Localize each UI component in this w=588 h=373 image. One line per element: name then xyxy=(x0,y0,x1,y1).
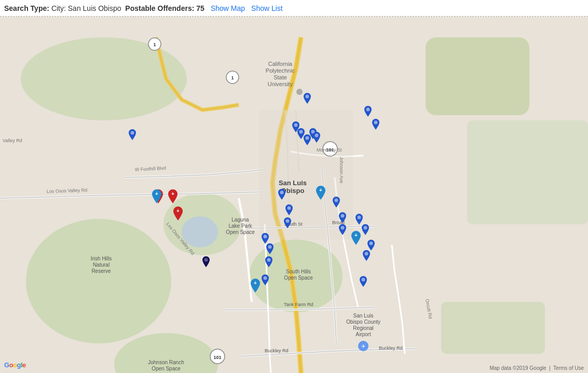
svg-text:South Hills: South Hills xyxy=(286,269,311,274)
show-list-link[interactable]: Show List xyxy=(251,4,283,12)
svg-rect-6 xyxy=(467,120,588,224)
svg-text:Open Space: Open Space xyxy=(152,366,181,371)
svg-text:+: + xyxy=(354,232,358,238)
marker-13[interactable] xyxy=(331,197,342,211)
svg-point-59 xyxy=(294,123,298,127)
svg-point-70 xyxy=(288,206,291,210)
svg-point-84 xyxy=(267,258,271,262)
svg-point-73 xyxy=(335,199,338,202)
svg-point-78 xyxy=(364,226,367,230)
svg-text:Tank Farm Rd: Tank Farm Rd xyxy=(284,302,313,307)
svg-text:State: State xyxy=(274,74,287,80)
postable-count: 75 xyxy=(196,4,204,12)
map-svg: 101 101 1 1 227 California Polytechnic S… xyxy=(0,17,588,373)
svg-text:Regional: Regional xyxy=(353,325,373,331)
svg-text:+: + xyxy=(254,280,257,286)
svg-point-69 xyxy=(280,191,284,195)
svg-point-64 xyxy=(131,131,134,135)
svg-point-80 xyxy=(365,252,368,256)
marker-cyan-2[interactable]: + xyxy=(314,186,327,202)
marker-23[interactable] xyxy=(263,256,275,271)
marker-cyan-1[interactable]: + xyxy=(150,189,163,206)
google-logo: Google xyxy=(4,361,26,369)
svg-text:San Luis: San Luis xyxy=(353,313,374,319)
svg-text:Monterey St: Monterey St xyxy=(317,147,342,153)
marker-19[interactable] xyxy=(361,250,372,265)
marker-17[interactable] xyxy=(360,224,371,239)
map-area[interactable]: 101 101 1 1 227 California Polytechnic S… xyxy=(0,17,588,373)
svg-text:Laguna: Laguna xyxy=(231,217,249,223)
map-copyright: Map data ©2019 Google | Terms of Use xyxy=(489,365,584,371)
svg-text:Open Space: Open Space xyxy=(226,229,255,235)
svg-point-79 xyxy=(370,242,373,245)
svg-point-81 xyxy=(362,278,365,282)
svg-point-76 xyxy=(358,216,361,219)
svg-text:San Luis: San Luis xyxy=(279,179,307,187)
svg-text:Airport: Airport xyxy=(355,331,371,337)
svg-text:University: University xyxy=(268,81,293,87)
svg-point-87 xyxy=(264,277,267,280)
svg-text:Natural: Natural xyxy=(93,262,110,268)
svg-text:Polytechnic: Polytechnic xyxy=(266,67,295,74)
search-header: Search Type: City: San Luis Obispo Posta… xyxy=(0,0,588,17)
marker-15[interactable] xyxy=(337,224,348,239)
marker-2[interactable] xyxy=(362,106,374,120)
svg-text:+: + xyxy=(176,208,180,214)
marker-9[interactable] xyxy=(127,129,138,144)
postable-label: Postable Offenders: xyxy=(125,4,194,12)
marker-8[interactable] xyxy=(311,132,322,146)
svg-text:✈: ✈ xyxy=(361,343,365,349)
svg-text:Buckley Rd: Buckley Rd xyxy=(265,348,289,353)
marker-22[interactable] xyxy=(264,243,276,258)
search-type-value: City: San Luis Obispo xyxy=(51,4,121,12)
svg-text:Irish Hills: Irish Hills xyxy=(91,256,112,261)
svg-text:+: + xyxy=(171,191,174,197)
marker-12[interactable] xyxy=(282,217,293,232)
svg-text:1: 1 xyxy=(231,75,234,80)
svg-point-74 xyxy=(341,214,345,218)
svg-point-1 xyxy=(26,219,171,343)
svg-point-63 xyxy=(315,134,319,137)
svg-text:1: 1 xyxy=(153,42,156,47)
svg-text:+: + xyxy=(155,191,158,197)
svg-point-83 xyxy=(268,245,272,249)
marker-1[interactable] xyxy=(302,93,313,107)
svg-point-82 xyxy=(264,235,267,239)
svg-text:Lake Park: Lake Park xyxy=(228,223,252,229)
svg-text:Reserve: Reserve xyxy=(91,268,111,274)
marker-20[interactable] xyxy=(358,276,369,291)
svg-text:Johnson Ave: Johnson Ave xyxy=(339,157,344,183)
marker-red-2[interactable]: + xyxy=(166,189,180,206)
show-map-link[interactable]: Show Map xyxy=(211,4,245,12)
svg-text:Open Space: Open Space xyxy=(284,275,313,281)
search-type-label: Search Type: xyxy=(4,4,49,12)
marker-dark-1[interactable] xyxy=(200,256,212,271)
marker-10[interactable] xyxy=(276,189,288,203)
svg-point-72 xyxy=(286,219,290,223)
marker-3[interactable] xyxy=(370,119,381,133)
svg-point-75 xyxy=(341,226,345,230)
svg-text:101: 101 xyxy=(213,355,221,360)
svg-rect-5 xyxy=(426,37,529,115)
marker-11[interactable] xyxy=(283,204,295,219)
svg-point-60 xyxy=(299,130,303,134)
svg-point-56 xyxy=(306,95,309,99)
svg-point-85 xyxy=(204,258,208,262)
svg-text:+: + xyxy=(319,187,322,193)
svg-text:Obispo County: Obispo County xyxy=(346,319,380,325)
marker-24[interactable] xyxy=(259,274,271,289)
svg-text:Johnson Ranch: Johnson Ranch xyxy=(148,360,184,365)
marker-red-plus[interactable]: + xyxy=(171,206,185,223)
svg-point-58 xyxy=(374,121,378,125)
svg-rect-7 xyxy=(441,302,545,354)
svg-point-4 xyxy=(21,37,187,120)
svg-text:California: California xyxy=(268,61,293,67)
svg-text:Buckley Rd: Buckley Rd xyxy=(379,346,403,351)
svg-text:Valley Rd: Valley Rd xyxy=(3,138,22,143)
svg-point-57 xyxy=(366,108,370,112)
